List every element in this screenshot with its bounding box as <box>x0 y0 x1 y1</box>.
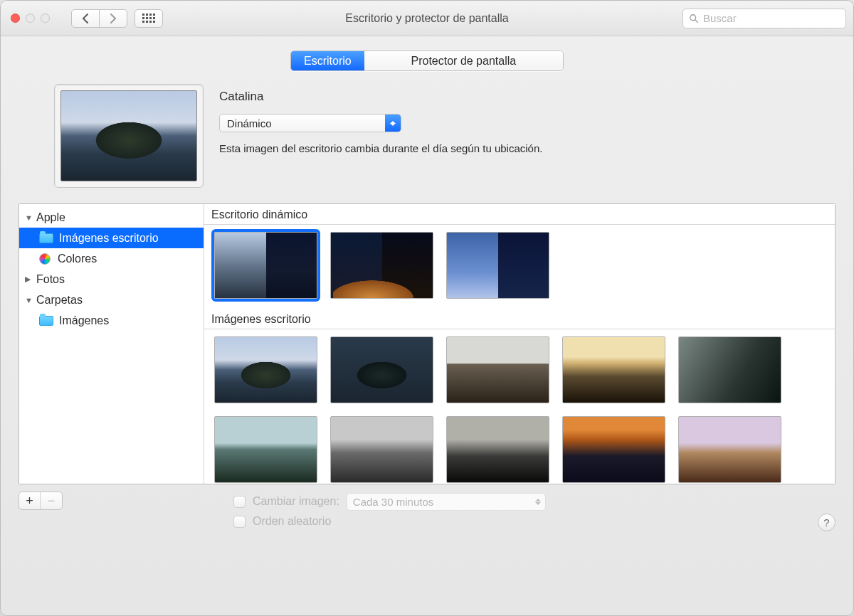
section-pictures-title: Imágenes escritorio <box>204 309 835 329</box>
change-image-checkbox[interactable] <box>233 496 246 508</box>
add-remove-buttons: + − <box>19 492 63 510</box>
content-area: Escritorio Protector de pantalla Catalin… <box>1 36 853 541</box>
disclosure-triangle-icon: ▶ <box>25 275 33 284</box>
sidebar-item-colors[interactable]: Colores <box>19 248 204 269</box>
section-dynamic-title: Escritorio dinámico <box>204 204 835 224</box>
sidebar-label: Imágenes <box>59 314 109 327</box>
sidebar-label: Apple <box>36 211 65 224</box>
wallpaper-image <box>60 90 197 181</box>
tab-desktop[interactable]: Escritorio <box>291 51 364 70</box>
random-order-checkbox[interactable] <box>233 516 246 528</box>
thumb-catalina-dynamic[interactable] <box>214 232 317 299</box>
sidebar-label: Carpetas <box>36 294 83 307</box>
search-icon <box>689 14 699 23</box>
wallpaper-description: Esta imagen del escritorio cambia durant… <box>219 142 835 154</box>
nav-buttons <box>71 9 127 28</box>
change-options: Cambiar imagen: Cada 30 minutos Orden al… <box>233 492 546 531</box>
close-button[interactable] <box>11 14 20 23</box>
mode-dropdown[interactable]: Dinámico <box>219 114 401 132</box>
sidebar-label: Imágenes escritorio <box>59 232 159 245</box>
forward-button[interactable] <box>99 9 127 28</box>
sidebar-item-photos[interactable]: ▶ Fotos <box>19 269 204 290</box>
tab-screensaver[interactable]: Protector de pantalla <box>364 51 563 70</box>
wallpaper-browser: ▼ Apple Imágenes escritorio Colores ▶ Fo… <box>19 203 835 484</box>
thumb-picture[interactable] <box>446 416 549 483</box>
thumb-picture[interactable] <box>330 416 433 483</box>
svg-line-1 <box>695 19 698 22</box>
titlebar: Escritorio y protector de pantalla <box>1 1 853 36</box>
preferences-window: Escritorio y protector de pantalla Escri… <box>0 0 854 616</box>
current-wallpaper-preview <box>54 84 204 188</box>
sidebar-item-apple[interactable]: ▼ Apple <box>19 207 204 228</box>
thumb-mojave-dynamic[interactable] <box>330 232 433 299</box>
folder-icon <box>39 316 53 326</box>
interval-value: Cada 30 minutos <box>353 496 433 508</box>
thumb-picture[interactable] <box>678 416 781 483</box>
sidebar-item-images[interactable]: Imágenes <box>19 310 204 331</box>
remove-folder-button[interactable]: − <box>41 492 62 509</box>
help-button[interactable]: ? <box>818 514 835 531</box>
picture-thumbnails <box>204 329 835 484</box>
grid-icon <box>142 14 155 23</box>
traffic-lights <box>8 14 50 23</box>
current-wallpaper-row: Catalina Dinámico Esta imagen del escrit… <box>19 84 835 188</box>
disclosure-triangle-icon: ▼ <box>25 296 33 304</box>
stepper-arrows-icon <box>535 496 541 508</box>
search-field[interactable] <box>682 9 846 28</box>
minimize-button[interactable] <box>26 14 35 23</box>
folder-icon <box>39 233 53 243</box>
color-wheel-icon <box>39 253 51 265</box>
dropdown-arrows-icon <box>385 115 401 132</box>
thumb-picture[interactable] <box>562 336 665 403</box>
disclosure-triangle-icon: ▼ <box>25 213 33 222</box>
zoom-button[interactable] <box>41 14 50 23</box>
thumb-solar-dynamic[interactable] <box>446 232 549 299</box>
thumb-picture[interactable] <box>678 336 781 403</box>
back-button[interactable] <box>71 9 100 28</box>
sidebar-item-desktop-pictures[interactable]: Imágenes escritorio <box>19 228 204 248</box>
source-sidebar: ▼ Apple Imágenes escritorio Colores ▶ Fo… <box>19 204 204 484</box>
show-all-button[interactable] <box>135 9 163 28</box>
dynamic-thumbnails <box>204 225 835 309</box>
thumb-picture[interactable] <box>562 416 665 483</box>
thumb-picture[interactable] <box>446 336 549 403</box>
change-image-label: Cambiar imagen: <box>253 495 339 508</box>
sidebar-item-folders[interactable]: ▼ Carpetas <box>19 290 204 310</box>
chevron-left-icon <box>82 14 89 23</box>
sidebar-label: Fotos <box>36 273 65 286</box>
thumb-picture[interactable] <box>214 336 317 403</box>
sidebar-label: Colores <box>58 253 97 265</box>
thumbnail-picker: Escritorio dinámico Imágenes escritorio <box>204 204 835 484</box>
search-input[interactable] <box>703 12 840 24</box>
chevron-right-icon <box>110 14 117 23</box>
random-order-label: Orden aleatorio <box>253 515 331 528</box>
interval-dropdown[interactable]: Cada 30 minutos <box>347 493 546 511</box>
mode-selected: Dinámico <box>220 115 385 132</box>
add-folder-button[interactable]: + <box>19 492 41 509</box>
tab-segment: Escritorio Protector de pantalla <box>290 51 564 71</box>
thumb-picture[interactable] <box>330 336 433 403</box>
wallpaper-name: Catalina <box>219 90 835 104</box>
thumb-picture[interactable] <box>214 416 317 483</box>
bottom-bar: + − Cambiar imagen: Cada 30 minutos Orde… <box>19 484 835 531</box>
wallpaper-info: Catalina Dinámico Esta imagen del escrit… <box>219 84 835 154</box>
